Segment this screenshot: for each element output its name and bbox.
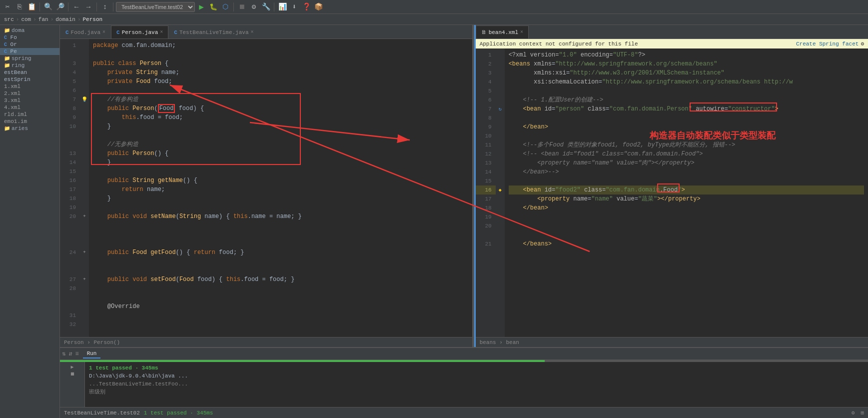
vcs-icon[interactable]: 📊: [277, 2, 288, 12]
code-line: <!--多个Food 类型的对象food1, food2, byType此时不能…: [509, 140, 864, 150]
right-code-lines[interactable]: 构造器自动装配类似于类型装配 <?xml version="1.0" encod…: [505, 48, 868, 337]
breadcrumb-text-left: Person › Person(): [64, 340, 120, 346]
breadcrumb-src[interactable]: src: [4, 16, 14, 22]
breadcrumb-com[interactable]: com: [21, 16, 31, 22]
run-button[interactable]: ▶: [196, 2, 207, 12]
find-icon[interactable]: 🔍: [42, 2, 53, 12]
warning-banner: Application context not configured for t…: [476, 39, 868, 48]
code-line: <property name="name" value="蔬菜"></prope…: [509, 194, 864, 204]
tree-item-rld[interactable]: rld.iml: [0, 111, 59, 118]
sort-icon[interactable]: ↕: [99, 2, 110, 12]
project-sidebar: 📁doma C Fo C Or C Pe 📁spring 📁ring estBe…: [0, 25, 60, 418]
terminal-icon[interactable]: ⬇: [289, 2, 300, 12]
tree-item-or[interactable]: C Or: [0, 41, 59, 48]
settings-status-icon2[interactable]: ⊞: [861, 410, 864, 416]
log-line: 班级别: [89, 388, 864, 396]
code-line: [93, 257, 468, 266]
settings-icon-warning[interactable]: ⚙: [861, 40, 864, 47]
create-spring-facet-link[interactable]: Create Spring facet: [796, 41, 859, 47]
breadcrumb: src › com › fan › domain › Person: [0, 14, 868, 25]
sep4: [113, 2, 113, 12]
tab-close[interactable]: ×: [160, 30, 163, 35]
log-line: 1 test passed · 345ms: [89, 364, 864, 372]
status-left: TestBeanLiveTime.test02 1 test passed · …: [64, 410, 213, 416]
sort-desc-icon[interactable]: ⇵: [68, 350, 72, 358]
forward-icon[interactable]: →: [83, 2, 94, 12]
bottom-sidebar-icons: ▶ ⏹: [60, 362, 85, 407]
code-line: public class Person {: [93, 59, 468, 68]
code-line: [93, 50, 468, 59]
tab-testbeanlivetime-java[interactable]: C TestBeanLiveTime.java ×: [168, 26, 259, 38]
bottom-content: ▶ ⏹ 1 test passed · 345ms D:\Java\jdk-9.…: [60, 362, 868, 407]
tree-item-testbean[interactable]: estBean: [0, 69, 59, 76]
stop-button[interactable]: ⏹: [236, 2, 247, 12]
breadcrumb-person[interactable]: Person: [82, 16, 102, 22]
tab-close[interactable]: ×: [251, 30, 254, 35]
tree-item-3xml[interactable]: 3.xml: [0, 97, 59, 104]
package-icon[interactable]: 📦: [313, 2, 324, 12]
code-line: <property name="name" value="肉"></proper…: [509, 158, 864, 168]
paste-icon[interactable]: 📋: [26, 2, 37, 12]
code-line: [93, 266, 468, 275]
bottom-log: 1 test passed · 345ms D:\Java\jdk-9.0.4\…: [85, 362, 868, 407]
find2-icon[interactable]: 🔎: [54, 2, 65, 12]
tab-person-java[interactable]: C Person.java ×: [111, 26, 168, 38]
tree-item-4xml[interactable]: 4.xml: [0, 104, 59, 111]
breadcrumb-fan[interactable]: fan: [38, 16, 48, 22]
tree-item-emo1[interactable]: emo1.im: [0, 118, 59, 125]
code-line: private Food food;: [93, 77, 468, 86]
stop-icon[interactable]: ⏹: [61, 371, 83, 377]
tree-item-person[interactable]: C Pe: [0, 48, 59, 55]
run-config-status: TestBeanLiveTime.test02: [64, 410, 140, 416]
settings-icon[interactable]: ⚙: [248, 2, 259, 12]
line-numbers-left: 1 3 4 5 6 7 8 9 10 13: [60, 39, 80, 337]
sort-asc-icon[interactable]: ⇅: [62, 350, 65, 358]
toolbar: ✂ ⎘ 📋 🔍 🔎 ← → ↕ TestBeanLiveTime.test02 …: [0, 0, 868, 14]
copy-icon[interactable]: ⎘: [14, 2, 25, 12]
code-line: <!-- 1.配置User的创建-->: [509, 96, 864, 104]
tree-item-spring[interactable]: 📁spring: [0, 55, 59, 62]
code-line: [93, 131, 468, 140]
log-line: ...TestBeanLiveTime.testFoo...: [89, 380, 864, 388]
right-tab-bar: 🗎 bean4.xml ×: [476, 25, 868, 39]
tab-food-java[interactable]: C Food.java ×: [60, 26, 111, 38]
run-config-dropdown[interactable]: TestBeanLiveTime.test02: [116, 2, 195, 12]
tab-close[interactable]: ×: [520, 30, 523, 35]
java-icon: C: [116, 30, 120, 36]
line-numbers-right: 1 2 3 4 5 6 7 8 9 10 11 12 13: [476, 48, 496, 337]
left-editor-pane: C Food.java × C Person.java × C TestBean…: [60, 25, 472, 347]
back-icon[interactable]: ←: [71, 2, 82, 12]
play-icon[interactable]: ▶: [61, 364, 83, 370]
code-line: }: [93, 194, 468, 203]
warning-text: Application context not configured for t…: [480, 41, 638, 47]
tree-item-doma[interactable]: 📁doma: [0, 27, 59, 34]
java-icon: C: [65, 30, 69, 36]
tree-item-food[interactable]: C Fo: [0, 34, 59, 41]
tab-bean4-xml[interactable]: 🗎 bean4.xml ×: [476, 26, 529, 38]
tree-item-2xml[interactable]: 2.xml: [0, 90, 59, 97]
code-line: <bean id="food2" class="com.fan.domain.F…: [509, 186, 864, 194]
filter-icon[interactable]: ≡: [75, 350, 78, 358]
tree-item-1xml[interactable]: 1.xml: [0, 83, 59, 90]
log-line: D:\Java\jdk-9.0.4\bin\java ...: [89, 372, 864, 380]
code-line: [93, 167, 468, 176]
tree-item-testspring[interactable]: estSprin: [0, 76, 59, 83]
cut-icon[interactable]: ✂: [2, 2, 13, 12]
code-line: <!-- <bean id="food1" class="com.fan.dom…: [509, 150, 864, 158]
coverage-button[interactable]: ⬡: [220, 2, 231, 12]
bottom-tab-run[interactable]: Run: [83, 350, 101, 358]
debug-button[interactable]: 🐛: [208, 2, 219, 12]
breadcrumb-domain[interactable]: domain: [55, 16, 75, 22]
tree-item-ring[interactable]: 📁ring: [0, 62, 59, 69]
code-line: </bean>-->: [509, 168, 864, 176]
tools-icon[interactable]: 🔧: [260, 2, 271, 12]
tab-close[interactable]: ×: [102, 30, 105, 35]
sep5: [233, 2, 234, 12]
bottom-breadcrumb-right: beans › bean: [476, 337, 868, 347]
tree-item-aries[interactable]: 📁aries: [0, 125, 59, 132]
settings-status-icon[interactable]: ⚙: [852, 410, 855, 416]
left-code-lines[interactable]: package com.fan.domain; public class Per…: [89, 39, 472, 337]
tab-label: TestBeanLiveTime.java: [179, 30, 249, 36]
code-line: [509, 132, 864, 140]
help-icon[interactable]: ❓: [301, 2, 312, 12]
